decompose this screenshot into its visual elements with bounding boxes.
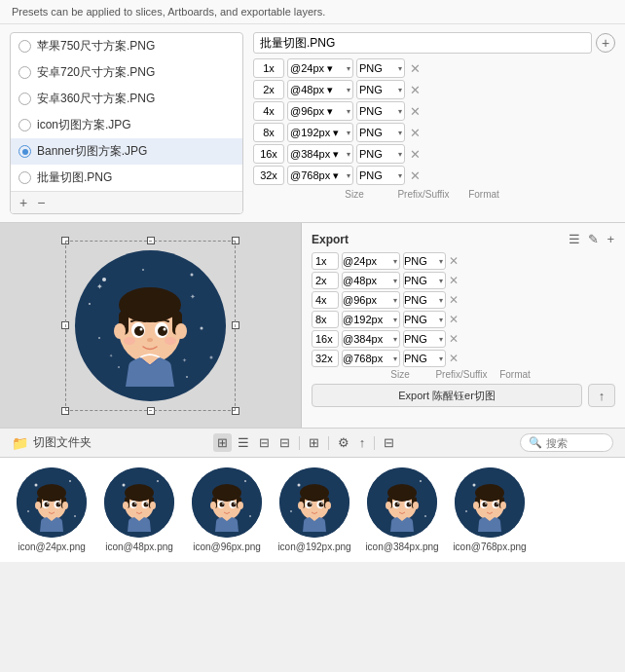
remove-preset-button[interactable]: − — [34, 195, 48, 210]
format-select-4[interactable]: PNG — [356, 144, 405, 164]
file-item-0[interactable]: icon@24px.png — [12, 467, 92, 552]
file-item-4[interactable]: icon@384px.png — [362, 467, 442, 552]
column-view-btn[interactable]: ⊟ — [255, 433, 274, 452]
right-scale-input-1[interactable] — [312, 272, 339, 289]
preset-item-0[interactable]: 苹果750尺寸方案.PNG — [11, 33, 242, 59]
size-select-4[interactable]: @384px ▾ — [287, 144, 353, 164]
right-col-format-label: Format — [494, 369, 536, 380]
thumb-svg-1 — [104, 467, 174, 538]
right-remove-row-3[interactable]: ✕ — [449, 314, 459, 325]
remove-row-5[interactable]: ✕ — [408, 169, 423, 182]
preset-item-4[interactable]: Banner切图方案.JPG — [11, 138, 242, 165]
grid-size-btn[interactable]: ⊞ — [305, 433, 323, 452]
remove-row-2[interactable]: ✕ — [408, 105, 423, 118]
right-size-select-4[interactable]: @384px — [342, 330, 400, 348]
size-select-3[interactable]: @192px ▾ — [287, 123, 353, 142]
right-format-select-2[interactable]: PNG — [403, 291, 446, 309]
svg-text:✦: ✦ — [109, 353, 113, 358]
right-scale-input-5[interactable] — [312, 350, 339, 367]
format-select-0[interactable]: PNG — [356, 58, 405, 78]
preset-list-footer: + − — [11, 191, 242, 213]
list-view-btn[interactable]: ☰ — [234, 433, 253, 452]
right-format-select-5[interactable]: PNG — [403, 350, 446, 367]
size-select-2[interactable]: @96px ▾ — [287, 101, 353, 121]
right-scale-input-2[interactable] — [312, 291, 339, 309]
preset-item-2[interactable]: 安卓360尺寸方案.PNG — [11, 86, 242, 112]
right-remove-row-4[interactable]: ✕ — [449, 333, 459, 345]
right-size-select-0[interactable]: @24px — [342, 252, 400, 270]
scale-input-1[interactable] — [253, 80, 284, 99]
size-select-1[interactable]: @48px ▾ — [287, 80, 353, 99]
hint-text: Presets can be applied to slices, Artboa… — [12, 6, 325, 18]
radio-3 — [18, 119, 31, 131]
edit-icon-btn[interactable]: ✎ — [587, 231, 600, 247]
svg-point-96 — [420, 480, 422, 482]
preset-item-3[interactable]: icon切图方案.JPG — [11, 112, 242, 138]
scale-input-0[interactable] — [253, 58, 284, 78]
right-scale-input-0[interactable] — [312, 252, 339, 270]
size-select-5[interactable]: @768px ▾ — [287, 166, 353, 185]
export-row-3: @192px ▾ PNG ✕ — [253, 123, 615, 142]
svg-point-48 — [123, 484, 126, 487]
share-button[interactable]: ↑ — [588, 384, 615, 407]
format-select-1[interactable]: PNG — [356, 80, 405, 99]
svg-point-45 — [47, 503, 49, 504]
grid-view-btn[interactable]: ⊞ — [213, 433, 232, 452]
scale-input-3[interactable] — [253, 123, 284, 142]
search-input[interactable] — [546, 437, 605, 449]
svg-point-61 — [134, 503, 136, 504]
svg-point-119 — [473, 502, 479, 509]
search-box: 🔍 — [520, 433, 613, 452]
format-select-3[interactable]: PNG — [356, 123, 405, 142]
right-remove-row-1[interactable]: ✕ — [449, 275, 459, 286]
right-format-select-4[interactable]: PNG — [403, 330, 446, 348]
right-scale-input-3[interactable] — [312, 311, 339, 328]
format-select-2[interactable]: PNG — [356, 101, 405, 121]
format-select-5[interactable]: PNG — [356, 166, 405, 185]
bottom-toolbar: 📁 切图文件夹 ⊞ ☰ ⊟ ⊟ ⊞ ⚙ ↑ ⊟ 🔍 — [0, 429, 625, 458]
add-preset-button[interactable]: + — [17, 195, 30, 210]
scale-input-4[interactable] — [253, 144, 284, 164]
right-col-headers: Size Prefix/Suffix Format — [312, 369, 615, 380]
list-view-icon-btn[interactable]: ☰ — [568, 231, 581, 247]
action-btn[interactable]: ↑ — [355, 433, 370, 452]
file-item-3[interactable]: icon@192px.png — [275, 467, 354, 552]
svg-point-19 — [175, 323, 187, 339]
export-name-input[interactable] — [253, 32, 592, 54]
remove-row-4[interactable]: ✕ — [408, 148, 423, 161]
file-item-5[interactable]: icon@768px.png — [450, 467, 530, 552]
right-format-select-1[interactable]: PNG — [403, 272, 446, 289]
remove-row-0[interactable]: ✕ — [408, 62, 423, 75]
scale-input-5[interactable] — [253, 166, 284, 185]
settings-btn[interactable]: ⚙ — [334, 433, 353, 452]
right-format-select-3[interactable]: PNG — [403, 311, 446, 328]
remove-row-1[interactable]: ✕ — [408, 84, 423, 96]
svg-point-27 — [124, 337, 135, 345]
right-format-wrap-2: PNG — [403, 291, 446, 309]
right-size-select-2[interactable]: @96px — [342, 291, 400, 309]
radio-4 — [18, 145, 31, 158]
right-size-select-5[interactable]: @768px — [342, 350, 400, 367]
right-size-select-3[interactable]: @192px — [342, 311, 400, 328]
two-col-layout: 苹果750尺寸方案.PNG 安卓720尺寸方案.PNG 安卓360尺寸方案.PN… — [0, 24, 625, 222]
right-remove-row-2[interactable]: ✕ — [449, 294, 459, 306]
right-remove-row-5[interactable]: ✕ — [449, 353, 459, 364]
remove-row-3[interactable]: ✕ — [408, 127, 423, 139]
size-select-0[interactable]: @24px ▾ — [287, 58, 353, 78]
add-export-icon-btn[interactable]: + — [606, 231, 615, 247]
export-button[interactable]: Export 陈醒钰er切图 — [312, 384, 582, 407]
right-size-select-1[interactable]: @48px — [342, 272, 400, 289]
preset-item-1[interactable]: 安卓720尺寸方案.PNG — [11, 59, 242, 86]
right-scale-input-4[interactable] — [312, 330, 339, 348]
scale-input-2[interactable] — [253, 101, 284, 121]
right-format-select-0[interactable]: PNG — [403, 252, 446, 270]
panel-view-btn[interactable]: ⊟ — [276, 433, 294, 452]
preset-item-5[interactable]: 批量切图.PNG — [11, 165, 242, 191]
svg-text:✦: ✦ — [190, 293, 196, 300]
right-remove-row-0[interactable]: ✕ — [449, 255, 459, 267]
right-format-wrap-4: PNG — [403, 330, 446, 348]
context-action-btn[interactable]: ⊟ — [380, 433, 398, 452]
add-row-button[interactable]: + — [596, 33, 615, 53]
file-item-2[interactable]: icon@96px.png — [187, 467, 267, 552]
file-item-1[interactable]: icon@48px.png — [99, 467, 179, 552]
